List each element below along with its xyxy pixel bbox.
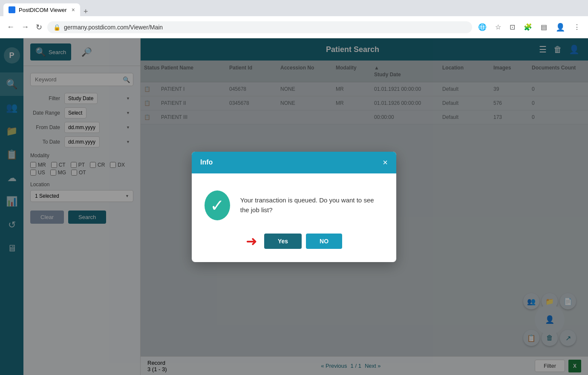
no-button[interactable]: NO	[306, 234, 342, 249]
yes-button[interactable]: Yes	[264, 234, 302, 249]
info-modal: Info × ✓ Your transaction is queued. Do …	[192, 152, 396, 262]
profile-icon[interactable]: 👤	[553, 21, 568, 34]
address-bar: 🔒	[47, 21, 472, 33]
back-button[interactable]: ←	[5, 21, 16, 33]
fullscreen-icon[interactable]: ⊡	[507, 21, 518, 33]
modal-title: Info	[200, 159, 213, 166]
forward-button[interactable]: →	[20, 21, 31, 33]
modal-overlay: Info × ✓ Your transaction is queued. Do …	[0, 38, 588, 375]
modal-close-button[interactable]: ×	[383, 158, 388, 167]
tab-title: PostDICOM Viewer	[19, 7, 66, 13]
tab-favicon	[9, 6, 15, 13]
menu-icon[interactable]: ⋮	[571, 21, 583, 33]
modal-header: Info ×	[192, 152, 396, 173]
checkmark-icon: ✓	[210, 196, 225, 215]
modal-success-icon: ✓	[205, 190, 230, 220]
browser-tab[interactable]: PostDICOM Viewer ×	[3, 3, 80, 16]
translate-icon[interactable]: 🌐	[476, 21, 489, 33]
url-input[interactable]	[64, 24, 466, 31]
arrow-icon: ➜	[246, 233, 257, 249]
modal-body: ✓ Your transaction is queued. Do you wan…	[192, 173, 396, 262]
bookmark-icon[interactable]: ☆	[493, 21, 504, 33]
modal-message: Your transaction is queued. Do you want …	[240, 196, 383, 215]
modal-action-row: ➜ Yes NO	[246, 233, 342, 249]
new-tab-button[interactable]: +	[80, 7, 92, 16]
sidebar-icon[interactable]: ▤	[538, 21, 550, 33]
modal-buttons: Yes NO	[264, 234, 342, 249]
tab-close-btn[interactable]: ×	[72, 6, 75, 13]
extensions-icon[interactable]: 🧩	[521, 21, 535, 33]
refresh-button[interactable]: ↻	[34, 21, 44, 34]
lock-icon: 🔒	[53, 24, 61, 31]
